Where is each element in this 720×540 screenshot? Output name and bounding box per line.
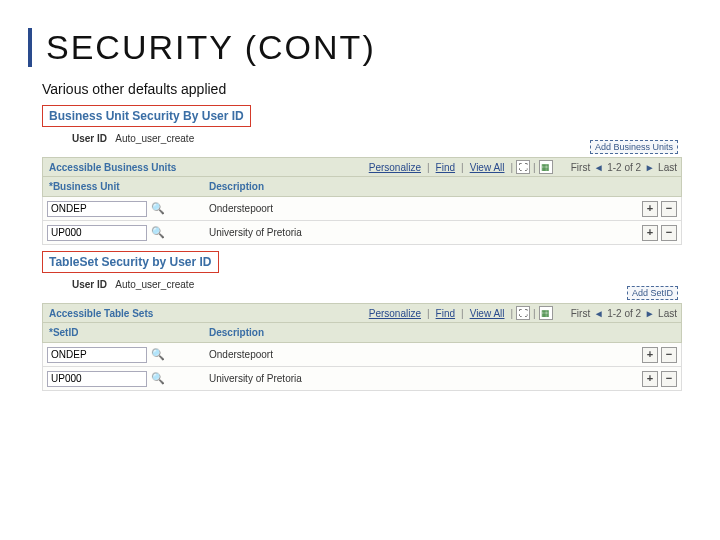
table-row: 🔍 Onderstepoort + − (42, 197, 682, 221)
bu-grid-controls: Personalize | Find | View All | ⛶ | ▦ Fi… (366, 160, 681, 174)
ts-desc-cell: University of Pretoria (203, 373, 635, 384)
last-label: Last (658, 308, 677, 319)
bu-grid-toolbar: Accessible Business Units Personalize | … (42, 157, 682, 177)
ts-grid-controls: Personalize | Find | View All | ⛶ | ▦ Fi… (366, 306, 681, 320)
prev-arrow-icon[interactable]: ◄ (592, 307, 605, 320)
table-row: 🔍 Onderstepoort + − (42, 343, 682, 367)
delete-row-button[interactable]: − (661, 225, 677, 241)
delete-row-button[interactable]: − (661, 371, 677, 387)
ts-grid-header: *SetID Description (42, 323, 682, 343)
bu-desc-cell: University of Pretoria (203, 227, 635, 238)
ts-grid-toolbar: Accessible Table Sets Personalize | Find… (42, 303, 682, 323)
bu-security-section: Business Unit Security By User ID User I… (42, 105, 682, 245)
add-row-button[interactable]: + (642, 347, 658, 363)
download-excel-icon[interactable]: ▦ (539, 306, 553, 320)
prev-arrow-icon[interactable]: ◄ (592, 161, 605, 174)
ts-col-a-header: *SetID (43, 327, 203, 338)
view-all-link[interactable]: View All (467, 308, 508, 319)
page-title: SECURITY (CONT) (46, 28, 692, 67)
next-arrow-icon[interactable]: ► (643, 307, 656, 320)
personalize-link[interactable]: Personalize (366, 162, 424, 173)
lookup-icon[interactable]: 🔍 (151, 202, 165, 216)
add-setid-button[interactable]: Add SetID (627, 286, 678, 300)
bu-col-a-header: *Business Unit (43, 181, 203, 192)
user-id-label-2: User ID (72, 279, 107, 290)
ts-desc-cell: Onderstepoort (203, 349, 635, 360)
lookup-icon[interactable]: 🔍 (151, 348, 165, 362)
subtitle: Various other defaults applied (42, 81, 692, 97)
find-link[interactable]: Find (433, 308, 458, 319)
add-business-units-button[interactable]: Add Business Units (590, 140, 678, 154)
tableset-security-section: TableSet Security by User ID User ID Aut… (42, 251, 682, 391)
lookup-icon[interactable]: 🔍 (151, 372, 165, 386)
zoom-icon[interactable]: ⛶ (516, 306, 530, 320)
lookup-icon[interactable]: 🔍 (151, 226, 165, 240)
download-excel-icon[interactable]: ▦ (539, 160, 553, 174)
last-label: Last (658, 162, 677, 173)
ts-col-b-header: Description (203, 327, 681, 338)
screenshot-pane: Business Unit Security By User ID User I… (42, 105, 682, 391)
find-link[interactable]: Find (433, 162, 458, 173)
ts-grid-title: Accessible Table Sets (43, 308, 159, 319)
table-row: 🔍 University of Pretoria + − (42, 367, 682, 391)
next-arrow-icon[interactable]: ► (643, 161, 656, 174)
first-label: First (571, 308, 590, 319)
slide-container: SECURITY (CONT) Various other defaults a… (0, 0, 720, 391)
setid-input[interactable] (47, 347, 147, 363)
title-wrap: SECURITY (CONT) (28, 28, 692, 67)
user-id-value-1: Auto_user_create (115, 133, 194, 144)
personalize-link[interactable]: Personalize (366, 308, 424, 319)
user-id-label-1: User ID (72, 133, 107, 144)
add-row-button[interactable]: + (642, 225, 658, 241)
range-label: 1-2 of 2 (607, 162, 641, 173)
bu-security-header: Business Unit Security By User ID (42, 105, 251, 127)
business-unit-input[interactable] (47, 225, 147, 241)
bu-grid-header: *Business Unit Description (42, 177, 682, 197)
range-label: 1-2 of 2 (607, 308, 641, 319)
tableset-security-header: TableSet Security by User ID (42, 251, 219, 273)
setid-input[interactable] (47, 371, 147, 387)
add-row-button[interactable]: + (642, 201, 658, 217)
bu-desc-cell: Onderstepoort (203, 203, 635, 214)
delete-row-button[interactable]: − (661, 347, 677, 363)
view-all-link[interactable]: View All (467, 162, 508, 173)
bu-grid-title: Accessible Business Units (43, 162, 182, 173)
business-unit-input[interactable] (47, 201, 147, 217)
zoom-icon[interactable]: ⛶ (516, 160, 530, 174)
add-row-button[interactable]: + (642, 371, 658, 387)
user-id-value-2: Auto_user_create (115, 279, 194, 290)
table-row: 🔍 University of Pretoria + − (42, 221, 682, 245)
first-label: First (571, 162, 590, 173)
delete-row-button[interactable]: − (661, 201, 677, 217)
bu-col-b-header: Description (203, 181, 681, 192)
